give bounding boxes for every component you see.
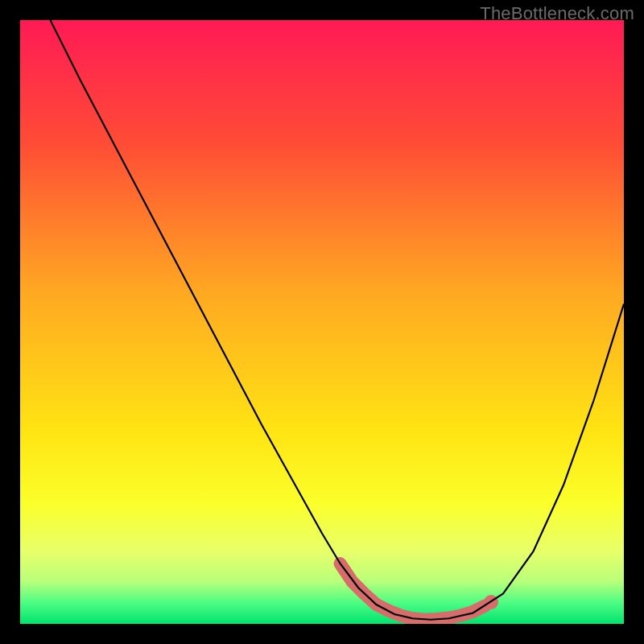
watermark-text: TheBottleneck.com (480, 3, 634, 24)
bottleneck-curve (51, 20, 625, 620)
chart-frame: TheBottleneck.com (0, 0, 644, 644)
plot-area (20, 20, 624, 624)
curve-layer (20, 20, 624, 624)
